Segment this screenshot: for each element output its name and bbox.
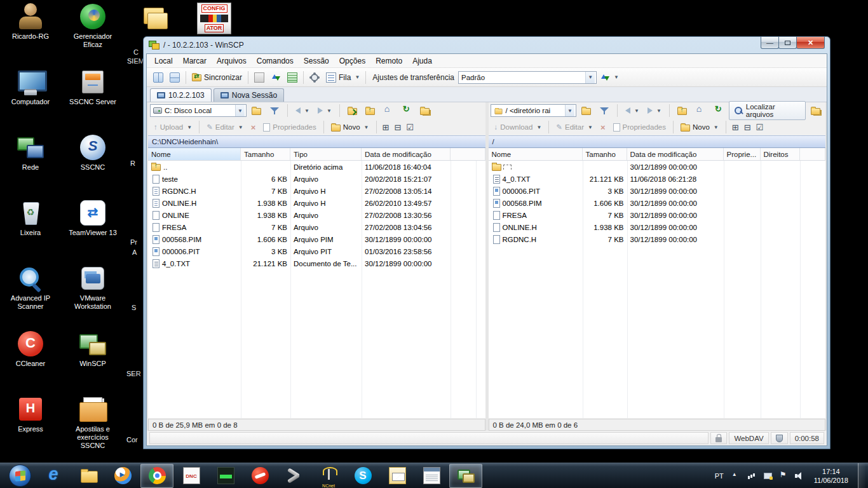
remote-home-button[interactable]	[692, 104, 709, 118]
menu-item[interactable]: Local	[149, 55, 178, 67]
local-delete-button[interactable]: ×	[248, 121, 259, 133]
menu-item[interactable]: Marcar	[178, 55, 212, 67]
file-row[interactable]: RGDNC.H 7 KB Arquivo H 27/02/2008 13:05:…	[148, 185, 485, 197]
session-tab[interactable]: 10.2.2.103	[150, 88, 212, 102]
desktop-icon[interactable]: Advanced IP Scanner	[3, 264, 58, 325]
activity-bars-icon[interactable]	[747, 471, 757, 481]
close-button[interactable]: ✕	[796, 37, 825, 49]
local-column-header-data[interactable]: Data de modificação	[362, 148, 451, 160]
file-row[interactable]: 4_0.TXT 21.121 KB Documento de Te... 30/…	[148, 257, 485, 269]
local-tree-button[interactable]	[417, 105, 433, 117]
status-segment-lock[interactable]	[710, 432, 727, 444]
remote-directory-combobox[interactable]: / <diretório rai ▼	[491, 104, 576, 117]
taskbar-internet-explorer[interactable]	[37, 464, 71, 488]
file-row[interactable]: ONLINE.H 1.938 KB Arquivo H 26/02/2010 1…	[148, 197, 485, 209]
taskbar-media-player[interactable]	[106, 464, 139, 488]
desktop-icon[interactable]: WinSCP	[64, 330, 122, 390]
local-new-button[interactable]: Novo▼	[328, 122, 372, 133]
network-tray-icon[interactable]	[763, 471, 773, 481]
local-back-button[interactable]: ▼	[292, 105, 313, 116]
toggle-layout-button[interactable]	[166, 71, 183, 85]
file-row[interactable]: 000006.PIT 3 KB 30/12/1899 00:00:00	[489, 185, 826, 197]
file-row[interactable]: 000568.PIM 1.606 KB Arquivo PIM 30/12/18…	[148, 233, 485, 245]
remote-new-button[interactable]: Novo▼	[677, 122, 722, 133]
local-properties-button[interactable]: Propriedades	[260, 122, 319, 133]
file-row[interactable]: .. Diretório acima 11/06/2018 16:40:04	[148, 161, 485, 173]
taskbar-winscp[interactable]	[449, 464, 482, 488]
desktop-icon[interactable]: SSCNC	[64, 133, 122, 194]
tray-clock[interactable]: 17:14 11/06/2018	[810, 467, 852, 485]
local-column-header-tipo[interactable]: Tipo	[290, 148, 362, 160]
taskbar-outlook[interactable]	[381, 464, 414, 488]
remote-properties-button[interactable]: Propriedades	[610, 122, 669, 133]
menu-item[interactable]: Sessão	[299, 55, 334, 67]
synchronize-button[interactable]: Sincronizar	[189, 71, 245, 84]
menu-item[interactable]: Remoto	[370, 55, 407, 67]
local-select-button[interactable]: ⊞	[381, 122, 391, 133]
taskbar-ncnet[interactable]: NCnet	[312, 464, 345, 488]
desktop-icon[interactable]: Lixeira	[3, 199, 58, 259]
file-row[interactable]: FRESA 7 KB 30/12/1899 00:00:00	[489, 209, 826, 221]
show-desktop-button[interactable]	[858, 463, 865, 488]
local-home-button[interactable]	[380, 104, 397, 118]
taskbar-rgdnc[interactable]	[175, 464, 208, 488]
synchronize-browsing-button[interactable]	[284, 71, 301, 85]
taskbar-skype[interactable]	[346, 464, 379, 488]
configurator-icon[interactable]: CONFIG ATOR	[197, 3, 231, 34]
file-row[interactable]: 30/12/1899 00:00:00	[489, 161, 826, 173]
taskbar-document[interactable]	[415, 464, 448, 488]
remote-tree-button[interactable]	[808, 105, 824, 117]
title-bar[interactable]: / - 10.2.2.103 - WinSCP — ✕	[144, 37, 830, 53]
local-edit-button[interactable]: Editar▼	[203, 121, 247, 133]
remote-delete-button[interactable]: ×	[597, 121, 609, 133]
maximize-button[interactable]	[778, 37, 797, 49]
remote-open-directory-button[interactable]	[578, 105, 594, 117]
local-refresh-button[interactable]	[398, 104, 415, 118]
taskbar-chrome[interactable]	[140, 464, 173, 488]
file-row[interactable]: RGDNC.H 7 KB 30/12/1899 00:00:00	[489, 233, 826, 245]
transfer-preset-combobox[interactable]: Padrão ▼	[458, 71, 597, 84]
desktop-icon[interactable]: Express	[3, 395, 58, 456]
transfer-mode-button[interactable]	[268, 71, 284, 85]
local-column-header-nome[interactable]: Nome	[148, 148, 241, 160]
remote-back-button[interactable]: ▼	[622, 105, 642, 116]
local-unselect-button[interactable]: ⊟	[392, 122, 403, 133]
volume-icon[interactable]	[794, 471, 804, 481]
file-row[interactable]: 4_0.TXT 21.121 KB 11/06/2018 06:21:28	[489, 173, 826, 185]
taskbar-explorer[interactable]	[72, 464, 105, 488]
remote-column-header-tamanho[interactable]: Tamanho	[583, 148, 627, 160]
menu-item[interactable]: Opções	[334, 55, 370, 67]
local-filter-button[interactable]	[266, 104, 283, 118]
preferences-button[interactable]	[306, 71, 323, 85]
remote-refresh-button[interactable]	[710, 104, 727, 118]
remote-select-filter-button[interactable]: ☑	[754, 122, 766, 133]
local-drive-combobox[interactable]: C: Disco Local ▼	[150, 104, 247, 117]
remote-column-header-direitos[interactable]: Direitos	[761, 148, 800, 160]
menu-item[interactable]: Ajuda	[407, 55, 437, 67]
language-indicator[interactable]: PT	[714, 472, 725, 480]
local-select-filter-button[interactable]: ☑	[404, 122, 416, 133]
file-row[interactable]: ONLINE 1.938 KB Arquivo 27/02/2008 13:30…	[148, 209, 485, 221]
local-column-header-tamanho[interactable]: Tamanho	[241, 148, 290, 160]
taskbar-red-app[interactable]	[243, 464, 276, 488]
status-segment-encryption[interactable]	[771, 432, 788, 444]
transfer-options-button[interactable]: ▼	[597, 71, 622, 85]
remote-forward-button[interactable]: ▼	[644, 105, 665, 116]
local-path-bar[interactable]: C:\DNC\Heidenhain\	[148, 135, 485, 148]
desktop-icon[interactable]: CCleaner	[3, 330, 58, 390]
file-row[interactable]: 000006.PIT 3 KB Arquivo PIT 01/03/2016 2…	[148, 245, 485, 257]
session-tab[interactable]: Nova Sessão	[214, 88, 284, 102]
remote-unselect-button[interactable]: ⊟	[742, 122, 753, 133]
remote-column-header-proprietario[interactable]: Proprie...	[724, 148, 761, 160]
start-button[interactable]	[3, 464, 36, 488]
local-open-folder-button[interactable]	[344, 105, 360, 117]
action-center-flag-icon[interactable]	[778, 471, 789, 481]
desktop-icon[interactable]: Computador	[3, 68, 58, 128]
remote-filter-button[interactable]	[596, 104, 613, 118]
desktop-icon[interactable]: TeamViewer 13	[64, 199, 122, 259]
desktop-icon[interactable]: Ricardo-RG	[3, 3, 58, 63]
remote-column-header-nome[interactable]: Nome	[489, 148, 583, 160]
toggle-panels-button[interactable]	[150, 71, 166, 85]
taskbar-keys[interactable]	[278, 464, 311, 488]
minimize-button[interactable]: —	[761, 37, 779, 49]
